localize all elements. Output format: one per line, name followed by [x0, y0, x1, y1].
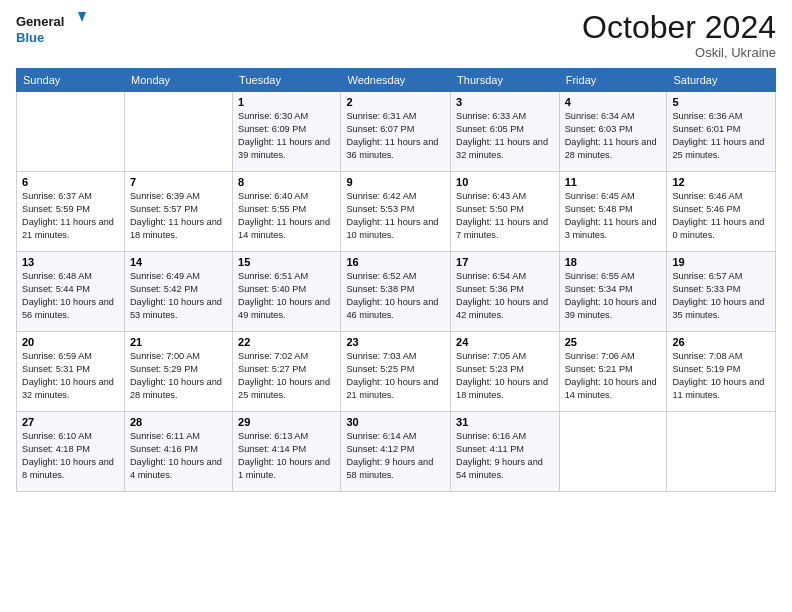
- week-row-3: 13 Sunrise: 6:48 AMSunset: 5:44 PMDaylig…: [17, 252, 776, 332]
- cell-w5-d6: [559, 412, 667, 492]
- cell-w2-d5: 10 Sunrise: 6:43 AMSunset: 5:50 PMDaylig…: [451, 172, 560, 252]
- day-number: 17: [456, 256, 554, 268]
- day-number: 18: [565, 256, 662, 268]
- day-detail: Sunrise: 6:14 AMSunset: 4:12 PMDaylight:…: [346, 430, 445, 482]
- cell-w4-d7: 26 Sunrise: 7:08 AMSunset: 5:19 PMDaylig…: [667, 332, 776, 412]
- day-detail: Sunrise: 7:05 AMSunset: 5:23 PMDaylight:…: [456, 350, 554, 402]
- week-row-4: 20 Sunrise: 6:59 AMSunset: 5:31 PMDaylig…: [17, 332, 776, 412]
- col-sunday: Sunday: [17, 69, 125, 92]
- day-detail: Sunrise: 6:43 AMSunset: 5:50 PMDaylight:…: [456, 190, 554, 242]
- col-tuesday: Tuesday: [233, 69, 341, 92]
- day-number: 5: [672, 96, 770, 108]
- calendar-table: Sunday Monday Tuesday Wednesday Thursday…: [16, 68, 776, 492]
- cell-w1-d5: 3 Sunrise: 6:33 AMSunset: 6:05 PMDayligh…: [451, 92, 560, 172]
- cell-w1-d7: 5 Sunrise: 6:36 AMSunset: 6:01 PMDayligh…: [667, 92, 776, 172]
- day-detail: Sunrise: 7:03 AMSunset: 5:25 PMDaylight:…: [346, 350, 445, 402]
- cell-w3-d3: 15 Sunrise: 6:51 AMSunset: 5:40 PMDaylig…: [233, 252, 341, 332]
- cell-w2-d4: 9 Sunrise: 6:42 AMSunset: 5:53 PMDayligh…: [341, 172, 451, 252]
- day-number: 14: [130, 256, 227, 268]
- week-row-2: 6 Sunrise: 6:37 AMSunset: 5:59 PMDayligh…: [17, 172, 776, 252]
- col-wednesday: Wednesday: [341, 69, 451, 92]
- day-number: 22: [238, 336, 335, 348]
- day-number: 30: [346, 416, 445, 428]
- cell-w4-d1: 20 Sunrise: 6:59 AMSunset: 5:31 PMDaylig…: [17, 332, 125, 412]
- day-detail: Sunrise: 6:10 AMSunset: 4:18 PMDaylight:…: [22, 430, 119, 482]
- cell-w4-d5: 24 Sunrise: 7:05 AMSunset: 5:23 PMDaylig…: [451, 332, 560, 412]
- cell-w4-d4: 23 Sunrise: 7:03 AMSunset: 5:25 PMDaylig…: [341, 332, 451, 412]
- day-number: 12: [672, 176, 770, 188]
- day-detail: Sunrise: 6:11 AMSunset: 4:16 PMDaylight:…: [130, 430, 227, 482]
- day-number: 11: [565, 176, 662, 188]
- day-number: 3: [456, 96, 554, 108]
- day-number: 28: [130, 416, 227, 428]
- day-number: 15: [238, 256, 335, 268]
- cell-w3-d1: 13 Sunrise: 6:48 AMSunset: 5:44 PMDaylig…: [17, 252, 125, 332]
- cell-w4-d2: 21 Sunrise: 7:00 AMSunset: 5:29 PMDaylig…: [124, 332, 232, 412]
- day-detail: Sunrise: 6:36 AMSunset: 6:01 PMDaylight:…: [672, 110, 770, 162]
- cell-w2-d6: 11 Sunrise: 6:45 AMSunset: 5:48 PMDaylig…: [559, 172, 667, 252]
- day-detail: Sunrise: 6:52 AMSunset: 5:38 PMDaylight:…: [346, 270, 445, 322]
- day-number: 7: [130, 176, 227, 188]
- day-number: 21: [130, 336, 227, 348]
- day-number: 26: [672, 336, 770, 348]
- cell-w3-d2: 14 Sunrise: 6:49 AMSunset: 5:42 PMDaylig…: [124, 252, 232, 332]
- day-detail: Sunrise: 6:42 AMSunset: 5:53 PMDaylight:…: [346, 190, 445, 242]
- day-detail: Sunrise: 6:54 AMSunset: 5:36 PMDaylight:…: [456, 270, 554, 322]
- day-number: 9: [346, 176, 445, 188]
- cell-w2-d7: 12 Sunrise: 6:46 AMSunset: 5:46 PMDaylig…: [667, 172, 776, 252]
- day-detail: Sunrise: 7:02 AMSunset: 5:27 PMDaylight:…: [238, 350, 335, 402]
- cell-w1-d6: 4 Sunrise: 6:34 AMSunset: 6:03 PMDayligh…: [559, 92, 667, 172]
- day-number: 29: [238, 416, 335, 428]
- week-row-1: 1 Sunrise: 6:30 AMSunset: 6:09 PMDayligh…: [17, 92, 776, 172]
- day-detail: Sunrise: 6:13 AMSunset: 4:14 PMDaylight:…: [238, 430, 335, 482]
- day-detail: Sunrise: 6:37 AMSunset: 5:59 PMDaylight:…: [22, 190, 119, 242]
- day-number: 31: [456, 416, 554, 428]
- cell-w4-d3: 22 Sunrise: 7:02 AMSunset: 5:27 PMDaylig…: [233, 332, 341, 412]
- svg-text:Blue: Blue: [16, 30, 44, 45]
- col-monday: Monday: [124, 69, 232, 92]
- cell-w2-d1: 6 Sunrise: 6:37 AMSunset: 5:59 PMDayligh…: [17, 172, 125, 252]
- day-detail: Sunrise: 6:33 AMSunset: 6:05 PMDaylight:…: [456, 110, 554, 162]
- title-block: October 2024 Oskil, Ukraine: [582, 10, 776, 60]
- day-detail: Sunrise: 7:08 AMSunset: 5:19 PMDaylight:…: [672, 350, 770, 402]
- day-detail: Sunrise: 6:34 AMSunset: 6:03 PMDaylight:…: [565, 110, 662, 162]
- day-number: 25: [565, 336, 662, 348]
- day-detail: Sunrise: 6:45 AMSunset: 5:48 PMDaylight:…: [565, 190, 662, 242]
- week-row-5: 27 Sunrise: 6:10 AMSunset: 4:18 PMDaylig…: [17, 412, 776, 492]
- location-subtitle: Oskil, Ukraine: [582, 45, 776, 60]
- cell-w4-d6: 25 Sunrise: 7:06 AMSunset: 5:21 PMDaylig…: [559, 332, 667, 412]
- col-friday: Friday: [559, 69, 667, 92]
- cell-w1-d1: [17, 92, 125, 172]
- logo: General Blue: [16, 10, 86, 50]
- day-detail: Sunrise: 7:06 AMSunset: 5:21 PMDaylight:…: [565, 350, 662, 402]
- cell-w5-d5: 31 Sunrise: 6:16 AMSunset: 4:11 PMDaylig…: [451, 412, 560, 492]
- day-detail: Sunrise: 6:51 AMSunset: 5:40 PMDaylight:…: [238, 270, 335, 322]
- cell-w5-d1: 27 Sunrise: 6:10 AMSunset: 4:18 PMDaylig…: [17, 412, 125, 492]
- day-detail: Sunrise: 6:49 AMSunset: 5:42 PMDaylight:…: [130, 270, 227, 322]
- day-detail: Sunrise: 6:55 AMSunset: 5:34 PMDaylight:…: [565, 270, 662, 322]
- header: General Blue October 2024 Oskil, Ukraine: [16, 10, 776, 60]
- svg-text:General: General: [16, 14, 64, 29]
- cell-w1-d3: 1 Sunrise: 6:30 AMSunset: 6:09 PMDayligh…: [233, 92, 341, 172]
- day-detail: Sunrise: 6:40 AMSunset: 5:55 PMDaylight:…: [238, 190, 335, 242]
- cell-w1-d4: 2 Sunrise: 6:31 AMSunset: 6:07 PMDayligh…: [341, 92, 451, 172]
- day-number: 16: [346, 256, 445, 268]
- day-number: 2: [346, 96, 445, 108]
- day-number: 20: [22, 336, 119, 348]
- cell-w3-d4: 16 Sunrise: 6:52 AMSunset: 5:38 PMDaylig…: [341, 252, 451, 332]
- day-number: 13: [22, 256, 119, 268]
- col-saturday: Saturday: [667, 69, 776, 92]
- day-number: 23: [346, 336, 445, 348]
- cell-w3-d7: 19 Sunrise: 6:57 AMSunset: 5:33 PMDaylig…: [667, 252, 776, 332]
- header-row: Sunday Monday Tuesday Wednesday Thursday…: [17, 69, 776, 92]
- cell-w5-d4: 30 Sunrise: 6:14 AMSunset: 4:12 PMDaylig…: [341, 412, 451, 492]
- svg-marker-2: [78, 12, 86, 22]
- day-number: 27: [22, 416, 119, 428]
- day-number: 1: [238, 96, 335, 108]
- logo-svg: General Blue: [16, 10, 86, 50]
- day-detail: Sunrise: 6:57 AMSunset: 5:33 PMDaylight:…: [672, 270, 770, 322]
- calendar-page: General Blue October 2024 Oskil, Ukraine…: [0, 0, 792, 612]
- day-detail: Sunrise: 6:48 AMSunset: 5:44 PMDaylight:…: [22, 270, 119, 322]
- cell-w3-d5: 17 Sunrise: 6:54 AMSunset: 5:36 PMDaylig…: [451, 252, 560, 332]
- cell-w2-d3: 8 Sunrise: 6:40 AMSunset: 5:55 PMDayligh…: [233, 172, 341, 252]
